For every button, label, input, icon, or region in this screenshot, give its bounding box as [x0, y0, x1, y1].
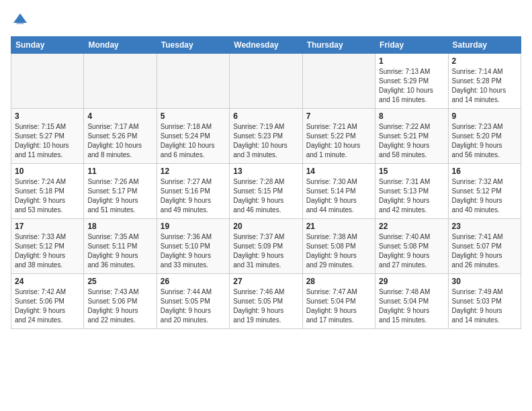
page-header — [11, 11, 521, 30]
calendar-cell: 9Sunrise: 7:23 AMSunset: 5:20 PMDaylight… — [448, 109, 521, 164]
calendar-cell: 16Sunrise: 7:32 AMSunset: 5:12 PMDayligh… — [448, 164, 521, 219]
logo-icon — [11, 11, 30, 30]
day-info: Sunrise: 7:26 AMSunset: 5:17 PMDaylight:… — [87, 177, 152, 215]
calendar-cell: 30Sunrise: 7:49 AMSunset: 5:03 PMDayligh… — [448, 274, 521, 329]
day-info: Sunrise: 7:27 AMSunset: 5:16 PMDaylight:… — [161, 177, 226, 215]
day-number: 10 — [15, 167, 80, 176]
day-number: 15 — [379, 167, 444, 176]
day-number: 16 — [452, 167, 517, 176]
day-info: Sunrise: 7:36 AMSunset: 5:10 PMDaylight:… — [161, 232, 226, 270]
day-info: Sunrise: 7:17 AMSunset: 5:26 PMDaylight:… — [87, 122, 152, 160]
calendar-week-row: 3Sunrise: 7:15 AMSunset: 5:27 PMDaylight… — [11, 109, 521, 164]
calendar-cell: 10Sunrise: 7:24 AMSunset: 5:18 PMDayligh… — [11, 164, 84, 219]
day-number: 1 — [379, 56, 444, 66]
day-number: 9 — [452, 111, 517, 121]
day-number: 28 — [306, 277, 371, 286]
day-number: 22 — [379, 222, 444, 231]
day-info: Sunrise: 7:24 AMSunset: 5:18 PMDaylight:… — [15, 177, 80, 215]
calendar-cell: 3Sunrise: 7:15 AMSunset: 5:27 PMDaylight… — [11, 109, 84, 164]
calendar-cell — [84, 54, 157, 109]
calendar-cell: 25Sunrise: 7:43 AMSunset: 5:06 PMDayligh… — [84, 274, 157, 329]
day-number: 4 — [87, 111, 152, 121]
day-number: 3 — [15, 111, 80, 121]
weekday-header-friday: Friday — [375, 37, 448, 54]
logo — [11, 11, 32, 30]
day-number: 25 — [87, 277, 152, 286]
day-info: Sunrise: 7:18 AMSunset: 5:24 PMDaylight:… — [161, 122, 226, 160]
calendar-cell: 5Sunrise: 7:18 AMSunset: 5:24 PMDaylight… — [157, 109, 229, 164]
day-info: Sunrise: 7:37 AMSunset: 5:09 PMDaylight:… — [233, 232, 298, 270]
calendar-cell: 7Sunrise: 7:21 AMSunset: 5:22 PMDaylight… — [302, 109, 375, 164]
day-number: 20 — [233, 222, 298, 231]
day-info: Sunrise: 7:41 AMSunset: 5:07 PMDaylight:… — [452, 232, 517, 270]
day-number: 29 — [379, 277, 444, 286]
day-number: 6 — [233, 111, 298, 121]
day-info: Sunrise: 7:43 AMSunset: 5:06 PMDaylight:… — [87, 287, 152, 325]
calendar-cell: 2Sunrise: 7:14 AMSunset: 5:28 PMDaylight… — [448, 54, 521, 109]
day-info: Sunrise: 7:13 AMSunset: 5:29 PMDaylight:… — [379, 67, 444, 105]
day-number: 27 — [233, 277, 298, 286]
day-number: 5 — [161, 111, 226, 121]
calendar-cell: 13Sunrise: 7:28 AMSunset: 5:15 PMDayligh… — [230, 164, 302, 219]
day-number: 24 — [15, 277, 80, 286]
calendar-cell: 23Sunrise: 7:41 AMSunset: 5:07 PMDayligh… — [448, 219, 521, 274]
calendar-cell: 8Sunrise: 7:22 AMSunset: 5:21 PMDaylight… — [375, 109, 448, 164]
day-info: Sunrise: 7:15 AMSunset: 5:27 PMDaylight:… — [15, 122, 80, 160]
day-number: 30 — [452, 277, 517, 286]
weekday-header-sunday: Sunday — [11, 37, 84, 54]
day-number: 23 — [452, 222, 517, 231]
day-number: 26 — [161, 277, 226, 286]
day-number: 11 — [87, 167, 152, 176]
day-number: 17 — [15, 222, 80, 231]
calendar-cell — [157, 54, 229, 109]
day-number: 7 — [306, 111, 371, 121]
calendar-cell: 19Sunrise: 7:36 AMSunset: 5:10 PMDayligh… — [157, 219, 229, 274]
calendar-cell — [302, 54, 375, 109]
calendar-cell: 15Sunrise: 7:31 AMSunset: 5:13 PMDayligh… — [375, 164, 448, 219]
day-info: Sunrise: 7:32 AMSunset: 5:12 PMDaylight:… — [452, 177, 517, 215]
calendar-cell: 12Sunrise: 7:27 AMSunset: 5:16 PMDayligh… — [157, 164, 229, 219]
day-number: 18 — [87, 222, 152, 231]
day-info: Sunrise: 7:22 AMSunset: 5:21 PMDaylight:… — [379, 122, 444, 160]
calendar-week-row: 24Sunrise: 7:42 AMSunset: 5:06 PMDayligh… — [11, 274, 521, 329]
calendar-cell: 6Sunrise: 7:19 AMSunset: 5:23 PMDaylight… — [230, 109, 302, 164]
calendar-cell: 20Sunrise: 7:37 AMSunset: 5:09 PMDayligh… — [230, 219, 302, 274]
calendar-cell: 27Sunrise: 7:46 AMSunset: 5:05 PMDayligh… — [230, 274, 302, 329]
weekday-header-wednesday: Wednesday — [230, 37, 302, 54]
calendar-cell: 17Sunrise: 7:33 AMSunset: 5:12 PMDayligh… — [11, 219, 84, 274]
day-number: 21 — [306, 222, 371, 231]
day-info: Sunrise: 7:23 AMSunset: 5:20 PMDaylight:… — [452, 122, 517, 160]
calendar-cell — [11, 54, 84, 109]
calendar-cell: 1Sunrise: 7:13 AMSunset: 5:29 PMDaylight… — [375, 54, 448, 109]
weekday-header-tuesday: Tuesday — [157, 37, 229, 54]
day-info: Sunrise: 7:30 AMSunset: 5:14 PMDaylight:… — [306, 177, 371, 215]
day-number: 8 — [379, 111, 444, 121]
day-number: 14 — [306, 167, 371, 176]
day-info: Sunrise: 7:21 AMSunset: 5:22 PMDaylight:… — [306, 122, 371, 160]
calendar-week-row: 10Sunrise: 7:24 AMSunset: 5:18 PMDayligh… — [11, 164, 521, 219]
calendar-week-row: 1Sunrise: 7:13 AMSunset: 5:29 PMDaylight… — [11, 54, 521, 109]
calendar-cell: 21Sunrise: 7:38 AMSunset: 5:08 PMDayligh… — [302, 219, 375, 274]
calendar-cell: 14Sunrise: 7:30 AMSunset: 5:14 PMDayligh… — [302, 164, 375, 219]
calendar-cell: 26Sunrise: 7:44 AMSunset: 5:05 PMDayligh… — [157, 274, 229, 329]
day-info: Sunrise: 7:46 AMSunset: 5:05 PMDaylight:… — [233, 287, 298, 325]
day-info: Sunrise: 7:14 AMSunset: 5:28 PMDaylight:… — [452, 67, 517, 105]
calendar-cell: 18Sunrise: 7:35 AMSunset: 5:11 PMDayligh… — [84, 219, 157, 274]
weekday-header-monday: Monday — [84, 37, 157, 54]
calendar-cell: 28Sunrise: 7:47 AMSunset: 5:04 PMDayligh… — [302, 274, 375, 329]
day-number: 2 — [452, 56, 517, 66]
calendar-week-row: 17Sunrise: 7:33 AMSunset: 5:12 PMDayligh… — [11, 219, 521, 274]
day-number: 13 — [233, 167, 298, 176]
weekday-header-thursday: Thursday — [302, 37, 375, 54]
calendar-cell — [230, 54, 302, 109]
day-number: 19 — [161, 222, 226, 231]
calendar-cell: 4Sunrise: 7:17 AMSunset: 5:26 PMDaylight… — [84, 109, 157, 164]
calendar-cell: 29Sunrise: 7:48 AMSunset: 5:04 PMDayligh… — [375, 274, 448, 329]
day-info: Sunrise: 7:49 AMSunset: 5:03 PMDaylight:… — [452, 287, 517, 325]
calendar-cell: 11Sunrise: 7:26 AMSunset: 5:17 PMDayligh… — [84, 164, 157, 219]
day-info: Sunrise: 7:44 AMSunset: 5:05 PMDaylight:… — [161, 287, 226, 325]
day-info: Sunrise: 7:31 AMSunset: 5:13 PMDaylight:… — [379, 177, 444, 215]
day-info: Sunrise: 7:40 AMSunset: 5:08 PMDaylight:… — [379, 232, 444, 270]
calendar-cell: 24Sunrise: 7:42 AMSunset: 5:06 PMDayligh… — [11, 274, 84, 329]
calendar-cell: 22Sunrise: 7:40 AMSunset: 5:08 PMDayligh… — [375, 219, 448, 274]
